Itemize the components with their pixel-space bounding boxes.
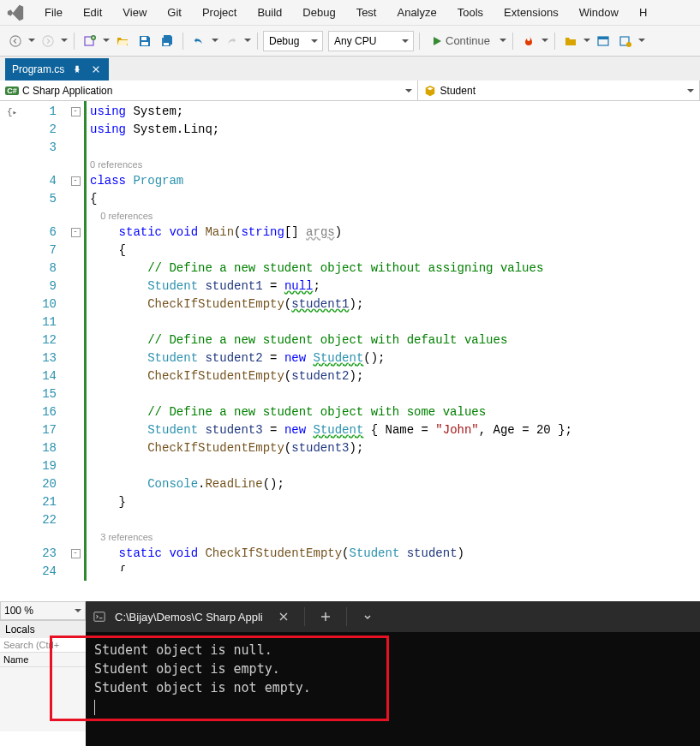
new-project-button[interactable] <box>80 31 100 51</box>
live-share-dropdown[interactable] <box>637 36 646 45</box>
project-name: C Sharp Application <box>22 85 112 97</box>
open-button[interactable] <box>112 31 133 51</box>
line-number: 8 <box>24 260 57 278</box>
continue-dropdown[interactable] <box>499 36 507 45</box>
code-line[interactable] <box>90 385 700 403</box>
locals-col-name[interactable]: Name <box>0 653 86 667</box>
menu-git[interactable]: Git <box>157 3 192 22</box>
code-line[interactable]: Student student1 = null; <box>90 278 700 295</box>
svg-rect-8 <box>598 37 608 39</box>
code-line[interactable]: static void CheckIfStudentEmpty(Student … <box>90 545 700 563</box>
menu-project[interactable]: Project <box>192 3 247 22</box>
code-line[interactable]: } <box>90 493 700 511</box>
menu-edit[interactable]: Edit <box>73 3 112 22</box>
fold-toggle[interactable]: - <box>71 107 81 116</box>
line-number: 6 <box>24 224 57 242</box>
svg-point-1 <box>43 35 53 45</box>
line-number: 12 <box>24 331 57 349</box>
code-editor[interactable]: {▸ 1234567891011121314151617181920212223… <box>0 101 700 581</box>
hot-reload-dropdown[interactable] <box>541 36 549 45</box>
codelens[interactable]: 0 references <box>90 208 700 224</box>
back-button[interactable] <box>5 31 26 51</box>
back-dropdown[interactable] <box>27 36 36 45</box>
line-number: 20 <box>24 475 57 493</box>
line-number: 16 <box>24 403 57 421</box>
code-line[interactable]: // Define a new student object with defa… <box>90 331 700 349</box>
vs-logo-icon <box>3 1 27 25</box>
code-line[interactable]: // Define a new student object without a… <box>90 260 700 278</box>
code-line[interactable]: { <box>90 563 700 571</box>
terminal-titlebar[interactable]: C:\Bijay\Demos\C Sharp Appli <box>86 601 700 632</box>
code-line[interactable]: Student student2 = new Student(); <box>90 349 700 367</box>
platform-combo[interactable]: Any CPU <box>328 31 414 51</box>
csharp-icon: C# <box>5 84 19 98</box>
menu-view[interactable]: View <box>112 3 157 22</box>
codelens[interactable]: 0 references <box>90 157 700 172</box>
menu-h[interactable]: H <box>629 3 657 22</box>
line-number: 11 <box>24 313 57 331</box>
new-project-dropdown[interactable] <box>102 36 111 45</box>
terminal-window: C:\Bijay\Demos\C Sharp Appli Student obj… <box>86 601 700 746</box>
code-line[interactable]: Console.ReadLine(); <box>90 475 700 493</box>
codelens[interactable]: 3 references <box>90 529 700 545</box>
nav-bar: C# C Sharp Application Student <box>0 81 700 101</box>
code-line[interactable]: CheckIfStudentEmpty(student2); <box>90 367 700 385</box>
code-line[interactable]: // Define a new student object with some… <box>90 403 700 421</box>
menu-extensions[interactable]: Extensions <box>494 3 569 22</box>
save-all-button[interactable] <box>157 31 177 51</box>
terminal-cursor <box>94 700 95 715</box>
fold-toggle[interactable]: - <box>71 228 81 237</box>
code-line[interactable] <box>90 511 700 529</box>
window-layout-button[interactable] <box>593 31 613 51</box>
redo-dropdown[interactable] <box>243 36 252 45</box>
menu-debug[interactable]: Debug <box>292 3 345 22</box>
code-line[interactable]: CheckIfStudentEmpty(student1); <box>90 295 700 313</box>
menu-tools[interactable]: Tools <box>447 3 494 22</box>
menu-analyze[interactable]: Analyze <box>386 3 446 22</box>
forward-dropdown[interactable] <box>60 36 69 45</box>
menu-build[interactable]: Build <box>247 3 292 22</box>
member-combo[interactable]: Student <box>418 81 700 100</box>
hot-reload-button[interactable] <box>518 31 539 51</box>
forward-button[interactable] <box>38 31 58 51</box>
code-line[interactable]: { <box>90 190 700 208</box>
code-line[interactable] <box>90 313 700 331</box>
terminal-tab-close-icon[interactable] <box>272 605 296 629</box>
locals-search[interactable]: Search (Ctrl+ <box>0 638 86 653</box>
menu-test[interactable]: Test <box>346 3 387 22</box>
folder-dropdown[interactable] <box>583 36 591 45</box>
code-line[interactable]: using System.Linq; <box>90 121 700 139</box>
menu-file[interactable]: File <box>34 3 73 22</box>
code-line[interactable]: { <box>90 242 700 260</box>
undo-dropdown[interactable] <box>211 36 219 45</box>
tab-program-cs[interactable]: Program.cs <box>5 58 109 81</box>
config-combo[interactable]: Debug <box>263 31 323 51</box>
code-line[interactable] <box>90 457 700 475</box>
continue-button[interactable]: Continue <box>425 31 497 51</box>
line-number: 2 <box>24 121 57 139</box>
folder-button[interactable] <box>560 31 581 51</box>
save-button[interactable] <box>135 31 155 51</box>
line-number: 13 <box>24 349 57 367</box>
code-content[interactable]: using System;using System.Linq;0 referen… <box>84 101 700 581</box>
terminal-dropdown-icon[interactable] <box>356 605 380 629</box>
menu-window[interactable]: Window <box>569 3 629 22</box>
fold-toggle[interactable]: - <box>71 176 81 186</box>
live-share-button[interactable] <box>615 31 636 51</box>
code-line[interactable]: CheckIfStudentEmpty(student3); <box>90 439 700 457</box>
code-line[interactable]: Student student3 = new Student { Name = … <box>90 421 700 439</box>
terminal-add-icon[interactable] <box>314 605 338 629</box>
project-combo[interactable]: C# C Sharp Application <box>0 81 418 100</box>
code-line[interactable]: static void Main(string[] args) <box>90 224 700 242</box>
redo-button[interactable] <box>221 31 242 51</box>
locals-title: Locals <box>0 621 86 638</box>
zoom-combo[interactable]: 100 % <box>0 601 86 620</box>
code-line[interactable]: using System; <box>90 103 700 121</box>
pin-icon[interactable] <box>71 63 83 75</box>
undo-button[interactable] <box>188 31 209 51</box>
terminal-output[interactable]: Student object is null.Student object is… <box>86 632 700 725</box>
fold-toggle[interactable]: - <box>71 549 81 558</box>
code-line[interactable] <box>90 139 700 157</box>
code-line[interactable]: class Program <box>90 172 700 190</box>
close-icon[interactable] <box>90 63 102 75</box>
